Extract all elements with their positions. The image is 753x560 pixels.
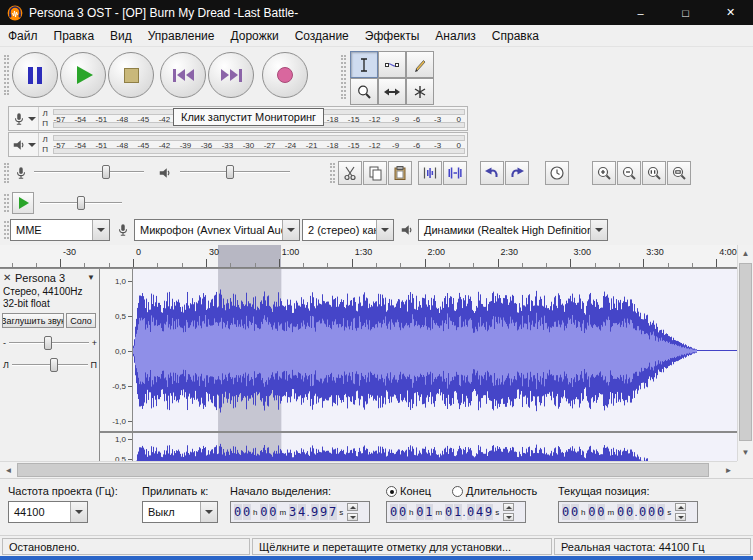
- combo-arrow-box[interactable]: [282, 220, 299, 240]
- zoom-out-button[interactable]: [617, 161, 641, 185]
- menu-file[interactable]: Файл: [0, 26, 46, 46]
- trim-audio-button[interactable]: [418, 161, 442, 185]
- combo-arrow-box[interactable]: [92, 220, 109, 240]
- zoom-tool-button[interactable]: [350, 78, 378, 105]
- menu-tracks[interactable]: Дорожки: [223, 26, 287, 46]
- playback-volume-slider-thumb[interactable]: [226, 165, 234, 179]
- pan-slider-thumb[interactable]: [50, 358, 58, 372]
- vertical-ruler-ch1[interactable]: 1,00,50,0-0,5-1,0: [100, 269, 133, 431]
- cut-button[interactable]: [338, 161, 362, 185]
- time-field-spinner[interactable]: [503, 503, 514, 521]
- skip-to-end-button[interactable]: [208, 52, 254, 98]
- waveform-canvas-ch1[interactable]: [133, 269, 737, 431]
- playback-meter-icon-box[interactable]: [9, 133, 39, 156]
- mixer-toolbar-grip[interactable]: [4, 163, 9, 183]
- ruler-selection-region[interactable]: [218, 245, 281, 267]
- pan-slider[interactable]: [12, 357, 88, 373]
- horizontal-scrollbar-thumb[interactable]: [17, 463, 709, 477]
- recording-meter[interactable]: Л П -57-54-51-48-45-42-39-36-33-30-27-24…: [8, 106, 468, 131]
- playback-device-combo[interactable]: Динамики (Realtek High Definition Audio): [418, 219, 608, 241]
- spinner-down-icon[interactable]: [675, 513, 686, 521]
- time-shift-tool-button[interactable]: [378, 78, 406, 105]
- vertical-scrollbar-thumb[interactable]: [739, 263, 752, 441]
- fit-selection-button[interactable]: [642, 161, 666, 185]
- zoom-in-button[interactable]: [592, 161, 616, 185]
- combo-arrow-box[interactable]: [376, 220, 393, 240]
- solo-button[interactable]: Соло: [66, 313, 96, 328]
- selection-end-field[interactable]: 00h01m01.049s: [386, 501, 526, 523]
- spinner-up-icon[interactable]: [347, 503, 358, 511]
- combo-arrow-box[interactable]: [590, 220, 607, 240]
- selection-start-field[interactable]: 00h00m34.997s: [230, 501, 370, 523]
- spinner-up-icon[interactable]: [675, 503, 686, 511]
- record-button[interactable]: [262, 52, 308, 98]
- menu-view[interactable]: Вид: [102, 26, 140, 46]
- menu-generate[interactable]: Создание: [287, 26, 357, 46]
- menu-edit[interactable]: Правка: [46, 26, 103, 46]
- track-close-button[interactable]: ✕: [3, 272, 11, 283]
- recording-meter-icon-box[interactable]: [9, 107, 39, 130]
- skip-to-start-button[interactable]: [160, 52, 206, 98]
- timeline-ruler[interactable]: -300301:001:302:002:303:003:304:00: [0, 245, 737, 268]
- scroll-down-icon[interactable]: ▼: [738, 444, 753, 461]
- stop-button[interactable]: [108, 52, 154, 98]
- combo-arrow-box[interactable]: [70, 502, 87, 522]
- mute-button[interactable]: Заглушить звук: [2, 313, 64, 328]
- menu-effects[interactable]: Эффекты: [357, 26, 428, 46]
- playback-speed-slider[interactable]: [40, 195, 122, 211]
- project-rate-combo[interactable]: 44100: [8, 501, 88, 523]
- track-name[interactable]: Persona 3: [15, 272, 65, 284]
- device-toolbar-grip[interactable]: [4, 221, 9, 239]
- maximize-button[interactable]: □: [663, 0, 708, 25]
- recording-device-combo[interactable]: Микрофон (Avnex Virtual Audio Device): [134, 219, 300, 241]
- time-field-spinner[interactable]: [675, 503, 686, 521]
- gain-slider-thumb[interactable]: [44, 336, 52, 350]
- horizontal-scrollbar[interactable]: ◄ ►: [0, 461, 737, 478]
- envelope-tool-button[interactable]: [378, 51, 406, 78]
- sync-lock-button[interactable]: [545, 161, 569, 185]
- audio-position-field[interactable]: 00h00m00.000s: [558, 501, 698, 523]
- playback-speed-slider-thumb[interactable]: [77, 196, 85, 210]
- silence-audio-button[interactable]: [443, 161, 467, 185]
- end-radio-icon[interactable]: [386, 486, 397, 497]
- vertical-scrollbar[interactable]: ▲ ▼: [737, 245, 753, 461]
- tools-toolbar-grip[interactable]: [341, 55, 346, 99]
- scroll-left-icon[interactable]: ◄: [0, 462, 17, 479]
- recording-volume-slider-thumb[interactable]: [102, 165, 110, 179]
- draw-tool-button[interactable]: [406, 51, 434, 78]
- fit-project-button[interactable]: [667, 161, 691, 185]
- waveform-ch2[interactable]: [133, 433, 737, 462]
- menu-analyze[interactable]: Анализ: [427, 26, 484, 46]
- redo-button[interactable]: [505, 161, 529, 185]
- vertical-ruler-ch2[interactable]: 1,00,5: [100, 433, 133, 462]
- playback-volume-slider[interactable]: [180, 164, 290, 180]
- play-at-speed-button[interactable]: [12, 192, 34, 214]
- scroll-up-icon[interactable]: ▲: [738, 245, 753, 262]
- transport-toolbar-grip[interactable]: [4, 55, 9, 95]
- play-button[interactable]: [60, 52, 106, 98]
- track-menu-icon[interactable]: ▼: [87, 273, 95, 282]
- copy-button[interactable]: [363, 161, 387, 185]
- length-radio-icon[interactable]: [452, 486, 463, 497]
- playback-meter-scale[interactable]: -57-54-51-48-45-42-39-36-33-30-27-24-21-…: [51, 133, 467, 156]
- spinner-down-icon[interactable]: [347, 513, 358, 521]
- audio-host-combo[interactable]: MME: [10, 219, 110, 241]
- selection-tool-button[interactable]: [350, 51, 378, 78]
- waveform-canvas-ch2[interactable]: [133, 433, 737, 462]
- undo-button[interactable]: [480, 161, 504, 185]
- edit-toolbar-grip[interactable]: [330, 163, 335, 183]
- multi-tool-button[interactable]: [406, 78, 434, 105]
- scroll-right-icon[interactable]: ►: [720, 462, 737, 479]
- gain-slider[interactable]: [9, 335, 89, 351]
- combo-arrow-box[interactable]: [200, 502, 217, 522]
- transcription-toolbar-grip[interactable]: [4, 194, 9, 212]
- minimize-button[interactable]: –: [618, 0, 663, 25]
- playback-meter[interactable]: Л П -57-54-51-48-45-42-39-36-33-30-27-24…: [8, 132, 468, 157]
- snap-to-combo[interactable]: Выкл: [142, 501, 218, 523]
- recording-volume-slider[interactable]: [34, 164, 144, 180]
- pause-button[interactable]: [12, 52, 58, 98]
- paste-button[interactable]: [388, 161, 412, 185]
- menu-transport[interactable]: Управление: [140, 26, 223, 46]
- length-radio[interactable]: Длительность: [452, 485, 537, 497]
- time-field-spinner[interactable]: [347, 503, 358, 521]
